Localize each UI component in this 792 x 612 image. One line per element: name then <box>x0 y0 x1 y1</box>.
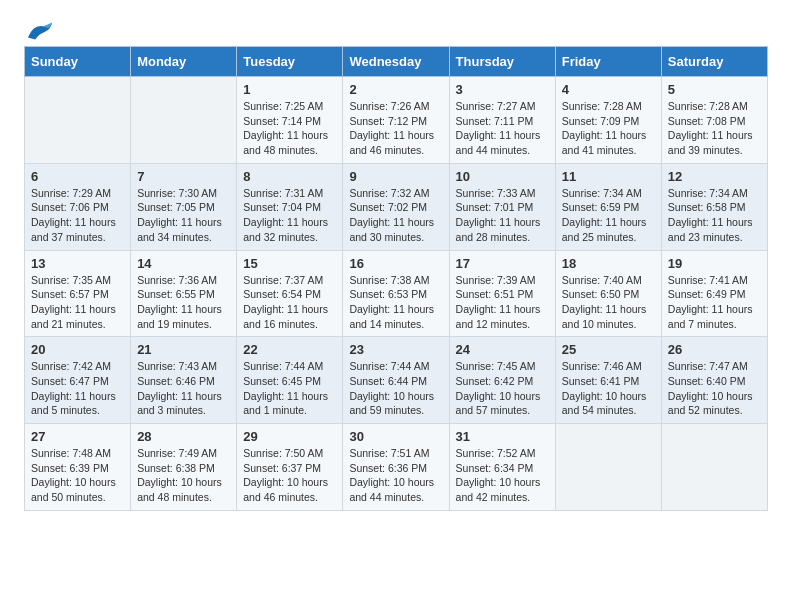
day-number: 3 <box>456 82 549 97</box>
cell-text: Sunrise: 7:49 AMSunset: 6:38 PMDaylight:… <box>137 446 230 505</box>
cell-text: Sunrise: 7:37 AMSunset: 6:54 PMDaylight:… <box>243 273 336 332</box>
calendar-cell: 31Sunrise: 7:52 AMSunset: 6:34 PMDayligh… <box>449 424 555 511</box>
calendar-cell: 4Sunrise: 7:28 AMSunset: 7:09 PMDaylight… <box>555 77 661 164</box>
cell-text: Sunrise: 7:41 AMSunset: 6:49 PMDaylight:… <box>668 273 761 332</box>
calendar-week-row: 20Sunrise: 7:42 AMSunset: 6:47 PMDayligh… <box>25 337 768 424</box>
calendar-cell: 23Sunrise: 7:44 AMSunset: 6:44 PMDayligh… <box>343 337 449 424</box>
day-number: 30 <box>349 429 442 444</box>
calendar-cell: 25Sunrise: 7:46 AMSunset: 6:41 PMDayligh… <box>555 337 661 424</box>
calendar-cell: 15Sunrise: 7:37 AMSunset: 6:54 PMDayligh… <box>237 250 343 337</box>
calendar-cell: 16Sunrise: 7:38 AMSunset: 6:53 PMDayligh… <box>343 250 449 337</box>
calendar-table: SundayMondayTuesdayWednesdayThursdayFrid… <box>24 46 768 511</box>
calendar-week-row: 27Sunrise: 7:48 AMSunset: 6:39 PMDayligh… <box>25 424 768 511</box>
calendar-cell: 17Sunrise: 7:39 AMSunset: 6:51 PMDayligh… <box>449 250 555 337</box>
cell-text: Sunrise: 7:48 AMSunset: 6:39 PMDaylight:… <box>31 446 124 505</box>
cell-text: Sunrise: 7:31 AMSunset: 7:04 PMDaylight:… <box>243 186 336 245</box>
day-number: 12 <box>668 169 761 184</box>
cell-text: Sunrise: 7:46 AMSunset: 6:41 PMDaylight:… <box>562 359 655 418</box>
day-number: 31 <box>456 429 549 444</box>
cell-text: Sunrise: 7:32 AMSunset: 7:02 PMDaylight:… <box>349 186 442 245</box>
day-number: 28 <box>137 429 230 444</box>
day-number: 16 <box>349 256 442 271</box>
cell-text: Sunrise: 7:29 AMSunset: 7:06 PMDaylight:… <box>31 186 124 245</box>
calendar-cell: 18Sunrise: 7:40 AMSunset: 6:50 PMDayligh… <box>555 250 661 337</box>
calendar-cell <box>25 77 131 164</box>
day-number: 26 <box>668 342 761 357</box>
cell-text: Sunrise: 7:34 AMSunset: 6:58 PMDaylight:… <box>668 186 761 245</box>
cell-text: Sunrise: 7:30 AMSunset: 7:05 PMDaylight:… <box>137 186 230 245</box>
weekday-header-saturday: Saturday <box>661 47 767 77</box>
logo <box>24 20 54 38</box>
cell-text: Sunrise: 7:52 AMSunset: 6:34 PMDaylight:… <box>456 446 549 505</box>
day-number: 9 <box>349 169 442 184</box>
cell-text: Sunrise: 7:50 AMSunset: 6:37 PMDaylight:… <box>243 446 336 505</box>
cell-text: Sunrise: 7:35 AMSunset: 6:57 PMDaylight:… <box>31 273 124 332</box>
day-number: 18 <box>562 256 655 271</box>
calendar-cell: 30Sunrise: 7:51 AMSunset: 6:36 PMDayligh… <box>343 424 449 511</box>
weekday-header-tuesday: Tuesday <box>237 47 343 77</box>
day-number: 27 <box>31 429 124 444</box>
calendar-cell: 9Sunrise: 7:32 AMSunset: 7:02 PMDaylight… <box>343 163 449 250</box>
day-number: 5 <box>668 82 761 97</box>
day-number: 7 <box>137 169 230 184</box>
weekday-header-thursday: Thursday <box>449 47 555 77</box>
day-number: 11 <box>562 169 655 184</box>
calendar-cell: 24Sunrise: 7:45 AMSunset: 6:42 PMDayligh… <box>449 337 555 424</box>
cell-text: Sunrise: 7:25 AMSunset: 7:14 PMDaylight:… <box>243 99 336 158</box>
calendar-week-row: 6Sunrise: 7:29 AMSunset: 7:06 PMDaylight… <box>25 163 768 250</box>
day-number: 17 <box>456 256 549 271</box>
day-number: 25 <box>562 342 655 357</box>
calendar-cell: 11Sunrise: 7:34 AMSunset: 6:59 PMDayligh… <box>555 163 661 250</box>
cell-text: Sunrise: 7:51 AMSunset: 6:36 PMDaylight:… <box>349 446 442 505</box>
calendar-cell: 19Sunrise: 7:41 AMSunset: 6:49 PMDayligh… <box>661 250 767 337</box>
cell-text: Sunrise: 7:40 AMSunset: 6:50 PMDaylight:… <box>562 273 655 332</box>
calendar-cell: 6Sunrise: 7:29 AMSunset: 7:06 PMDaylight… <box>25 163 131 250</box>
calendar-cell <box>555 424 661 511</box>
calendar-cell: 10Sunrise: 7:33 AMSunset: 7:01 PMDayligh… <box>449 163 555 250</box>
calendar-cell: 12Sunrise: 7:34 AMSunset: 6:58 PMDayligh… <box>661 163 767 250</box>
day-number: 24 <box>456 342 549 357</box>
calendar-cell <box>131 77 237 164</box>
calendar-cell: 28Sunrise: 7:49 AMSunset: 6:38 PMDayligh… <box>131 424 237 511</box>
calendar-cell: 14Sunrise: 7:36 AMSunset: 6:55 PMDayligh… <box>131 250 237 337</box>
day-number: 29 <box>243 429 336 444</box>
day-number: 23 <box>349 342 442 357</box>
calendar-cell: 29Sunrise: 7:50 AMSunset: 6:37 PMDayligh… <box>237 424 343 511</box>
weekday-header-friday: Friday <box>555 47 661 77</box>
page-header <box>24 20 768 38</box>
day-number: 20 <box>31 342 124 357</box>
cell-text: Sunrise: 7:28 AMSunset: 7:08 PMDaylight:… <box>668 99 761 158</box>
calendar-cell: 13Sunrise: 7:35 AMSunset: 6:57 PMDayligh… <box>25 250 131 337</box>
day-number: 22 <box>243 342 336 357</box>
cell-text: Sunrise: 7:26 AMSunset: 7:12 PMDaylight:… <box>349 99 442 158</box>
cell-text: Sunrise: 7:33 AMSunset: 7:01 PMDaylight:… <box>456 186 549 245</box>
weekday-header-wednesday: Wednesday <box>343 47 449 77</box>
cell-text: Sunrise: 7:44 AMSunset: 6:45 PMDaylight:… <box>243 359 336 418</box>
calendar-cell: 2Sunrise: 7:26 AMSunset: 7:12 PMDaylight… <box>343 77 449 164</box>
cell-text: Sunrise: 7:28 AMSunset: 7:09 PMDaylight:… <box>562 99 655 158</box>
calendar-week-row: 13Sunrise: 7:35 AMSunset: 6:57 PMDayligh… <box>25 250 768 337</box>
logo-bird-icon <box>26 20 54 42</box>
calendar-week-row: 1Sunrise: 7:25 AMSunset: 7:14 PMDaylight… <box>25 77 768 164</box>
calendar-cell: 27Sunrise: 7:48 AMSunset: 6:39 PMDayligh… <box>25 424 131 511</box>
day-number: 4 <box>562 82 655 97</box>
cell-text: Sunrise: 7:27 AMSunset: 7:11 PMDaylight:… <box>456 99 549 158</box>
calendar-cell: 26Sunrise: 7:47 AMSunset: 6:40 PMDayligh… <box>661 337 767 424</box>
cell-text: Sunrise: 7:45 AMSunset: 6:42 PMDaylight:… <box>456 359 549 418</box>
day-number: 2 <box>349 82 442 97</box>
calendar-cell: 20Sunrise: 7:42 AMSunset: 6:47 PMDayligh… <box>25 337 131 424</box>
weekday-header-sunday: Sunday <box>25 47 131 77</box>
day-number: 21 <box>137 342 230 357</box>
calendar-cell: 21Sunrise: 7:43 AMSunset: 6:46 PMDayligh… <box>131 337 237 424</box>
calendar-cell: 22Sunrise: 7:44 AMSunset: 6:45 PMDayligh… <box>237 337 343 424</box>
day-number: 1 <box>243 82 336 97</box>
cell-text: Sunrise: 7:38 AMSunset: 6:53 PMDaylight:… <box>349 273 442 332</box>
cell-text: Sunrise: 7:42 AMSunset: 6:47 PMDaylight:… <box>31 359 124 418</box>
day-number: 13 <box>31 256 124 271</box>
cell-text: Sunrise: 7:34 AMSunset: 6:59 PMDaylight:… <box>562 186 655 245</box>
cell-text: Sunrise: 7:36 AMSunset: 6:55 PMDaylight:… <box>137 273 230 332</box>
day-number: 8 <box>243 169 336 184</box>
weekday-header-row: SundayMondayTuesdayWednesdayThursdayFrid… <box>25 47 768 77</box>
day-number: 15 <box>243 256 336 271</box>
cell-text: Sunrise: 7:44 AMSunset: 6:44 PMDaylight:… <box>349 359 442 418</box>
